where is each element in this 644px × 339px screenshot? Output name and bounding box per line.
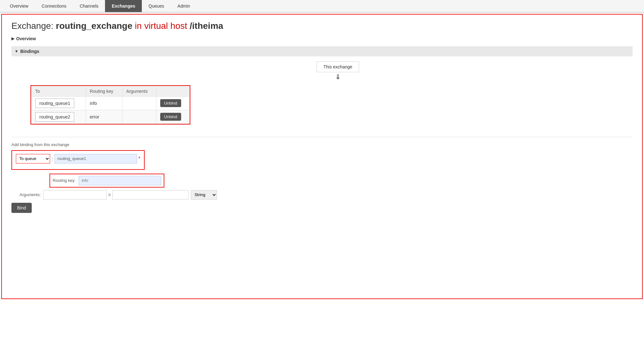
destination-row: To queue To exchange : *: [16, 154, 140, 163]
action-cell-1: Unbind: [156, 96, 190, 110]
tab-exchanges[interactable]: Exchanges: [105, 0, 142, 12]
queue-box-1: routing_queue1: [35, 99, 74, 108]
required-indicator: *: [138, 156, 140, 162]
add-binding-section: Add binding from this exchange To queue …: [11, 142, 633, 200]
nav-tabs: Overview Connections Channels Exchanges …: [0, 0, 644, 13]
tab-overview[interactable]: Overview: [3, 0, 35, 12]
destination-type-select[interactable]: To queue To exchange: [16, 154, 50, 163]
unbind-button-1[interactable]: Unbind: [160, 99, 181, 107]
table-row: routing_queue2 error Unbind: [31, 110, 190, 124]
queue-cell-1: routing_queue1: [31, 96, 86, 110]
bind-button[interactable]: Bind: [11, 203, 32, 213]
title-prefix: Exchange:: [11, 21, 53, 31]
queue-name-2: routing_queue2: [39, 114, 70, 119]
bindings-section: ▼ Bindings This exchange ⇓ To Routing ke…: [11, 46, 633, 213]
arguments-row: Arguments: = String Number Boolean: [11, 190, 633, 200]
main-content: Exchange: routing_exchange in virtual ho…: [1, 14, 643, 299]
equals-sign: =: [108, 192, 111, 197]
bindings-table: To Routing key Arguments routing_queue1: [31, 86, 190, 124]
bindings-header[interactable]: ▼ Bindings: [11, 46, 633, 56]
routing-key-label: Routing key:: [53, 178, 76, 183]
unbind-button-2[interactable]: Unbind: [160, 113, 181, 121]
col-action: [156, 86, 190, 96]
virtual-host: /itheima: [190, 21, 223, 31]
bindings-arrow-icon: ▼: [15, 49, 18, 54]
page-title: Exchange: routing_exchange in virtual ho…: [11, 21, 633, 31]
tab-channels[interactable]: Channels: [73, 0, 105, 12]
queue-name-1: routing_queue1: [39, 101, 70, 106]
add-binding-label: Add binding from this exchange: [11, 142, 633, 147]
overview-label: Overview: [16, 36, 36, 41]
routing-key-value-2: error: [90, 114, 99, 119]
table-row: routing_queue1 info Unbind: [31, 96, 190, 110]
colon-separator: :: [52, 156, 53, 161]
routing-key-value-1: info: [90, 101, 97, 106]
title-mid: in virtual host: [135, 21, 190, 31]
arg-key-input[interactable]: [43, 190, 107, 200]
queue-box-2: routing_queue2: [35, 112, 74, 122]
col-arguments: Arguments: [122, 86, 156, 96]
exchange-name: routing_exchange: [56, 21, 132, 31]
overview-arrow-icon: ▶: [11, 36, 14, 41]
overview-section-header[interactable]: ▶ Overview: [11, 34, 633, 43]
tab-queues[interactable]: Queues: [142, 0, 171, 12]
exchange-box: This exchange: [317, 61, 359, 72]
tab-connections[interactable]: Connections: [35, 0, 73, 12]
col-to: To: [31, 86, 86, 96]
down-arrow-icon: ⇓: [335, 72, 341, 82]
queue-cell-2: routing_queue2: [31, 110, 86, 124]
binding-diagram: This exchange ⇓: [43, 61, 633, 82]
add-binding-form: To queue To exchange : *: [11, 150, 145, 170]
bindings-label: Bindings: [20, 49, 39, 54]
routing-key-row: Routing key:: [11, 174, 633, 188]
arg-value-input[interactable]: [112, 190, 188, 200]
col-routing-key: Routing key: [86, 86, 122, 96]
arguments-cell-1: [122, 96, 156, 110]
bindings-table-wrapper: To Routing key Arguments routing_queue1: [30, 85, 190, 125]
action-cell-2: Unbind: [156, 110, 190, 124]
arguments-cell-2: [122, 110, 156, 124]
arg-type-select[interactable]: String Number Boolean: [191, 190, 217, 200]
tab-admin[interactable]: Admin: [171, 0, 197, 12]
destination-input[interactable]: [55, 154, 137, 163]
routing-key-input[interactable]: [79, 176, 161, 185]
exchange-box-label: This exchange: [323, 64, 352, 69]
section-divider: [11, 137, 633, 137]
routing-key-cell-2: error: [86, 110, 122, 124]
routing-key-cell-1: info: [86, 96, 122, 110]
arguments-label: Arguments:: [11, 192, 43, 197]
routing-key-wrapper: Routing key:: [49, 174, 164, 188]
